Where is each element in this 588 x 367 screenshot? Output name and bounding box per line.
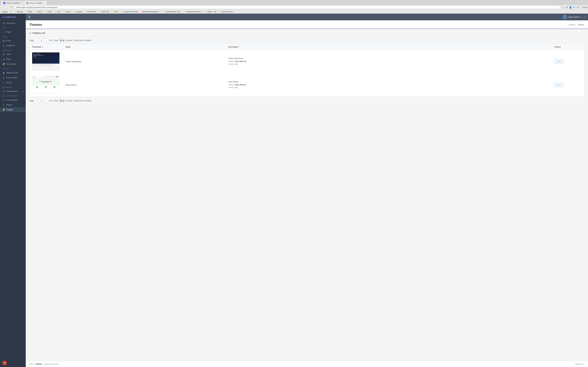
- bookmark-forix[interactable]: 📁 Forix: [53, 10, 61, 13]
- next-page-bottom[interactable]: ›: [45, 99, 48, 102]
- bookmark-baiviethay[interactable]: 📁 Bài viết hay: [84, 10, 97, 13]
- browser-tab-2[interactable]: Themes | WebEd ✕: [24, 1, 47, 5]
- view-select-top[interactable]: 10 25 50: [59, 39, 65, 42]
- sidebar-item-pages[interactable]: □ Pages: [0, 30, 26, 34]
- bookmark-works[interactable]: 📁 Works – wrk: [204, 10, 217, 13]
- prev-page-top[interactable]: ‹: [35, 39, 38, 42]
- pagination-bottom: Page ‹ › of 1 | View 10 25 50 records | …: [29, 99, 584, 102]
- tab-close-2[interactable]: ✕: [43, 2, 45, 4]
- theme-meta-1: Author: Tedozi Manson Version: 1.0: [228, 60, 554, 66]
- sidebar-item-menus[interactable]: ≡ Menus: [0, 80, 26, 85]
- theme-author-2: Tedozi Manson: [234, 84, 247, 86]
- bookmark-making[interactable]: 🐙 Making Requests a...: [141, 10, 161, 13]
- bookmark-apps[interactable]: ⊞ Apps: [1, 10, 9, 13]
- sidebar-item-customfields[interactable]: ⊕ Custom fields: [0, 75, 26, 80]
- reload-button[interactable]: ↻: [10, 6, 13, 9]
- description-cell-1: Clean blog theme Author: Tedozi Manson V…: [228, 57, 554, 66]
- page-input-top[interactable]: [39, 39, 44, 42]
- main-header: Themes ⌂ WebEd › Themes: [26, 20, 588, 29]
- bookmark-films[interactable]: 📁 Films: [111, 10, 119, 13]
- bookmark-bikip[interactable]: 📁 Bí kíp: [44, 10, 53, 13]
- browser-tab-1[interactable]: Themes | WebEd ✕: [1, 1, 24, 5]
- sidebar-section-cms: CMS: [0, 26, 26, 30]
- view-select-bottom[interactable]: 10 25 50: [59, 99, 65, 102]
- theme-author-1: Tedozi Manson: [234, 60, 247, 62]
- th-thumbnail: Thumbnail ▲: [32, 46, 66, 48]
- tab-title-2: Themes | WebEd: [29, 2, 43, 4]
- table-row: Logo We make your: [30, 73, 584, 97]
- sidebar-item-label-users: Users: [6, 53, 23, 55]
- th-actions-label: Actions: [554, 46, 561, 48]
- browser-tab-new[interactable]: +: [47, 1, 52, 5]
- browser-chrome: Themes | WebEd ✕ Themes | WebEd ✕ + ‹ › …: [0, 0, 588, 14]
- permissions-icon: 🔑: [2, 63, 5, 65]
- forward-button[interactable]: ›: [6, 6, 9, 9]
- sidebar-item-label-pages: Pages: [6, 31, 23, 33]
- sidebar-item-roles[interactable]: ◈ Roles: [0, 57, 26, 62]
- sidebar: LaraWebEd ⊞ Dashboard CMS □ Pages Blog ▤…: [0, 14, 26, 367]
- sidebar-item-permissions[interactable]: 🔑 Permissions: [0, 62, 26, 67]
- tab-close-1[interactable]: ✕: [20, 2, 22, 4]
- back-button[interactable]: ‹: [1, 6, 5, 9]
- pagination-top: Page ‹ › of 1 | View 10 25 50 records | …: [29, 39, 584, 42]
- page-input-bottom[interactable]: [39, 99, 44, 102]
- th-description-label: Description: [228, 46, 239, 48]
- prev-page-bottom[interactable]: ‹: [35, 99, 38, 102]
- menu-toggle-button[interactable]: ☰: [28, 16, 30, 18]
- active-button-1[interactable]: Active: [554, 59, 564, 63]
- breadcrumb-home[interactable]: ⌂ WebEd: [568, 24, 575, 26]
- topbar-user[interactable]: 👤 Super Admin ▾: [562, 15, 581, 19]
- extensions-icon[interactable]: ⊞: [576, 6, 579, 9]
- settings-icon[interactable]: ⚙: [565, 6, 568, 9]
- bookmark-server[interactable]: 📁 Server: [62, 10, 71, 13]
- logo-lara: Lara: [2, 16, 8, 18]
- footer: 2016 © WebEd . All rights reserved. Vers…: [26, 361, 588, 367]
- topbar-share-button[interactable]: ⤢: [583, 15, 586, 19]
- next-page-top[interactable]: ›: [45, 39, 48, 42]
- theme-desc-2: Startr theme: [228, 81, 554, 83]
- bookmark-goodcss[interactable]: 📁 Good CSS: [97, 10, 110, 13]
- sidebar-item-themes[interactable]: 🔑 Themes: [0, 107, 26, 112]
- bookmark-develop[interactable]: 📁 Develop: [13, 10, 24, 13]
- browser-actions: ☆ ⚙ 👤 ⬇ ⊞ ⋮ Tedozi: [562, 6, 587, 9]
- sidebar-item-coremodules[interactable]: ◎ Core modules: [0, 98, 26, 102]
- bookmarks-bar: ⊞ Apps G 📁 Develop 📁 Relax 📁 Tâm lý 📁 Bí…: [0, 10, 588, 13]
- sidebar-item-categories[interactable]: ▲ Categories: [0, 43, 26, 48]
- download-icon[interactable]: ⬇: [573, 6, 575, 9]
- section-label: THEMES LIST: [32, 32, 45, 34]
- table-row: Man must explore,and this is exploration…: [30, 50, 584, 73]
- bookmark-svg[interactable]: 📁 svg text part 2 :v: [218, 10, 235, 13]
- user-icon[interactable]: 👤: [569, 6, 572, 9]
- topbar-user-label: Super Admin: [568, 16, 579, 18]
- bookmark-relax[interactable]: 📁 Relax: [25, 10, 33, 13]
- star-icon[interactable]: ☆: [562, 6, 564, 9]
- sidebar-logo: LaraWebEd: [0, 14, 26, 21]
- sidebar-item-plugins[interactable]: ✈ Plugins: [0, 102, 26, 107]
- bookmark-laravel[interactable]: 📁 Laravel: Best Practi...: [120, 10, 140, 13]
- view-label-top: View: [54, 39, 58, 42]
- of-label-top: of 1 |: [49, 39, 53, 42]
- theme-name-1: Clean blog theme: [66, 60, 81, 63]
- sidebar-item-users[interactable]: 👤 Users: [0, 52, 26, 57]
- footer-version: Version 2.0: [575, 363, 584, 365]
- name-cell-2: Startr theme: [66, 84, 228, 86]
- sidebar-item-configurations[interactable]: ⚙ Configurations ◀: [0, 89, 26, 94]
- bookmark-tamlý[interactable]: 📁 Tâm lý: [34, 10, 43, 13]
- bookmark-laravelbeauty[interactable]: 📁 Laravel Beauty: Tim...: [162, 10, 182, 13]
- bottom-icon: ⚑: [2, 361, 7, 365]
- bookmark-g[interactable]: G: [9, 10, 13, 13]
- sidebar-item-posts[interactable]: ▤ Posts: [0, 38, 26, 43]
- name-cell-1: Clean blog theme: [66, 60, 228, 63]
- active-button-2[interactable]: Active: [554, 83, 564, 87]
- posts-icon: ▤: [2, 40, 5, 42]
- sort-icon[interactable]: ▲: [42, 46, 44, 48]
- sidebar-section-blog: Blog: [0, 34, 26, 38]
- logo-webed: WebEd: [8, 16, 16, 18]
- bookmark-bootstrap[interactable]: 📁 Bootstrap flat them...: [183, 10, 203, 13]
- address-box[interactable]: webed.sgdev.org/admincp/webed-themes-man…: [14, 6, 561, 9]
- bookmark-learning[interactable]: 📁 Learning: [72, 10, 83, 13]
- more-icon[interactable]: ⋮: [580, 6, 583, 9]
- sidebar-item-medias[interactable]: ▣ Medias & Files: [0, 70, 26, 75]
- sidebar-item-dashboard[interactable]: ⊞ Dashboard: [0, 21, 26, 26]
- roles-icon: ◈: [2, 58, 5, 60]
